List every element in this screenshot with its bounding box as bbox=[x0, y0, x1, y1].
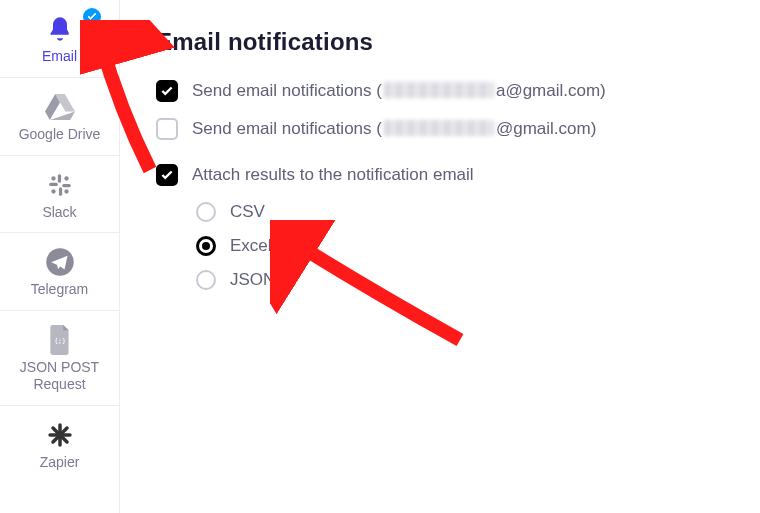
format-label-excel: Excel bbox=[230, 236, 272, 256]
sidebar-item-label: Telegram bbox=[4, 281, 115, 298]
svg-rect-3 bbox=[57, 174, 60, 183]
attach-checkbox[interactable] bbox=[156, 164, 178, 186]
format-radio-json[interactable] bbox=[196, 270, 216, 290]
svg-point-9 bbox=[51, 189, 55, 193]
sidebar-item-label: JSON POST Request bbox=[4, 359, 115, 393]
sidebar-item-zapier[interactable]: Zapier bbox=[0, 405, 119, 483]
svg-rect-5 bbox=[58, 187, 61, 196]
integrations-sidebar: Email Google Drive Slack bbox=[0, 0, 120, 513]
sidebar-item-email[interactable]: Email bbox=[0, 0, 119, 77]
notify-row-2: Send email notifications (@gmail.com) bbox=[156, 118, 724, 140]
svg-text:{;}: {;} bbox=[54, 337, 66, 345]
notify-checkbox-1[interactable] bbox=[156, 80, 178, 102]
sidebar-item-google-drive[interactable]: Google Drive bbox=[0, 77, 119, 155]
notify-label-2: Send email notifications (@gmail.com) bbox=[192, 119, 596, 139]
app-root: Email Google Drive Slack bbox=[0, 0, 760, 513]
bell-icon bbox=[46, 15, 74, 47]
format-row-json: JSON bbox=[196, 270, 724, 290]
svg-rect-4 bbox=[49, 182, 58, 185]
enabled-badge bbox=[83, 8, 101, 26]
zapier-icon bbox=[46, 421, 74, 453]
format-label-json: JSON bbox=[230, 270, 275, 290]
svg-point-10 bbox=[64, 189, 68, 193]
svg-point-7 bbox=[51, 176, 55, 180]
notify-row-1: Send email notifications (a@gmail.com) bbox=[156, 80, 724, 102]
attach-row: Attach results to the notification email bbox=[156, 164, 724, 186]
format-row-csv: CSV bbox=[196, 202, 724, 222]
page-title: Email notifications bbox=[156, 28, 724, 56]
svg-rect-6 bbox=[62, 184, 71, 187]
sidebar-item-label: Slack bbox=[4, 204, 115, 221]
sidebar-item-slack[interactable]: Slack bbox=[0, 155, 119, 233]
format-radio-csv[interactable] bbox=[196, 202, 216, 222]
attach-label: Attach results to the notification email bbox=[192, 165, 474, 185]
format-row-excel: Excel bbox=[196, 236, 724, 256]
notify-label-1: Send email notifications (a@gmail.com) bbox=[192, 81, 606, 101]
format-radio-excel[interactable] bbox=[196, 236, 216, 256]
sidebar-item-label: Email bbox=[4, 48, 115, 65]
sidebar-item-label: Zapier bbox=[4, 454, 115, 471]
google-drive-icon bbox=[45, 94, 75, 124]
slack-icon bbox=[47, 172, 73, 202]
svg-point-8 bbox=[64, 176, 68, 180]
notify-checkbox-2[interactable] bbox=[156, 118, 178, 140]
sidebar-item-label: Google Drive bbox=[4, 126, 115, 143]
sidebar-item-telegram[interactable]: Telegram bbox=[0, 232, 119, 310]
format-label-csv: CSV bbox=[230, 202, 265, 222]
redacted-email bbox=[384, 82, 494, 98]
sidebar-item-json-post[interactable]: {;} JSON POST Request bbox=[0, 310, 119, 405]
telegram-icon bbox=[45, 247, 75, 281]
json-post-icon: {;} bbox=[47, 325, 73, 359]
redacted-email bbox=[384, 120, 494, 136]
settings-panel: Email notifications Send email notificat… bbox=[120, 0, 760, 513]
